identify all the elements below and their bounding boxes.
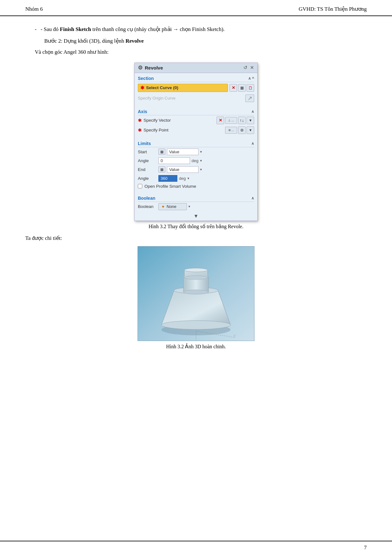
- vector-dir-btn[interactable]: ↑↓: [238, 117, 246, 124]
- section-section: Section ∧ ^ ✱ Select Curve (0) ✕ ▦ 🗋: [135, 73, 257, 104]
- axis-label: Axis: [138, 109, 147, 114]
- vector-star: ✱: [138, 118, 142, 123]
- boolean-value-container: ✦ None ▾: [158, 203, 254, 210]
- step2-line: Bước 2: Dựng khối (3D), dùng lệnh Revolv…: [44, 37, 367, 46]
- open-profile-checkbox[interactable]: [138, 184, 142, 188]
- section-header-limits: Limits ∧: [138, 139, 254, 147]
- start-value[interactable]: Value: [167, 149, 199, 155]
- section-label: Section: [138, 76, 154, 81]
- angle-end-container: 360 deg ▾: [158, 175, 254, 182]
- specify-point-controls: ⊕... ⊛ ▾: [179, 126, 254, 134]
- end-row: End ▦ Value ▾: [138, 165, 254, 174]
- angle-end-row: Angle 360 deg ▾: [138, 174, 254, 183]
- start-icon: ▦: [158, 149, 165, 155]
- point-icon-btn[interactable]: ⊛: [238, 126, 246, 134]
- specify-point-label: ✱ Specify Point: [138, 127, 179, 133]
- ta-duoc-line: Ta được chi tiết:: [25, 234, 367, 243]
- end-value[interactable]: Value: [167, 166, 199, 173]
- boolean-value[interactable]: ✦ None: [158, 203, 187, 210]
- svg-point-10: [184, 268, 208, 272]
- angle-start-label: Angle: [138, 158, 158, 163]
- origin-curve-btn[interactable]: ↗: [245, 94, 254, 102]
- specify-point-row: ✱ Specify Point ⊕... ⊛ ▾: [138, 125, 254, 135]
- select-curve-star: ✱: [140, 85, 144, 91]
- caption1: Hình 3.2 Thay đổi thông số trên bảng Rev…: [25, 223, 367, 229]
- section-header-boolean: Boolean ∧: [138, 194, 254, 202]
- dialog-title-controls[interactable]: ↺ ✕: [243, 65, 254, 70]
- bullet-text-after: trên thanh công cụ (nháy chuột phải → ch…: [91, 26, 224, 32]
- revolve-dialog: ⚙ Revolve ↺ ✕ Section ∧ ^: [134, 63, 258, 221]
- limits-caret-up[interactable]: ∧: [251, 141, 254, 146]
- angle-start-input[interactable]: 0: [158, 157, 190, 164]
- origin-curve-label: Specify Origin Curve: [138, 94, 245, 102]
- boolean-label: Boolean: [138, 204, 158, 209]
- finish-sketch-bold: Finish Sketch: [60, 26, 91, 32]
- vector-clear-btn[interactable]: ✕: [217, 117, 224, 124]
- point-value-btn[interactable]: ⊕...: [225, 127, 237, 134]
- specify-vector-label: ✱ Specify Vector: [138, 118, 179, 123]
- point-dropdown-btn[interactable]: ▾: [247, 126, 254, 134]
- section-caret-up[interactable]: ∧ ^: [248, 76, 254, 81]
- svg-text:y: y: [234, 333, 236, 337]
- boolean-section-label: Boolean: [138, 196, 155, 201]
- refresh-icon[interactable]: ↺: [243, 65, 248, 70]
- angle-end-label: Angle: [138, 176, 158, 181]
- section-axis: Axis ∧ ✱ Specify Vector ✕ ⊥...: [135, 106, 257, 136]
- svg-point-4: [162, 320, 231, 329]
- revolve-bold: Revolve: [126, 38, 144, 44]
- start-label: Start: [138, 149, 158, 154]
- footer: 7: [0, 541, 392, 554]
- boolean-none-text: None: [167, 204, 176, 209]
- boolean-row: Boolean ✦ None ▾: [138, 202, 254, 211]
- close-icon[interactable]: ✕: [250, 65, 254, 70]
- ta-duoc-text: Ta được chi tiết:: [25, 235, 62, 241]
- boolean-dropdown[interactable]: ▾: [188, 204, 190, 209]
- specify-vector-row: ✱ Specify Vector ✕ ⊥... ↑↓ ▾: [138, 115, 254, 125]
- section-limits: Limits ∧ Start ▦ Value ▾ Ang: [135, 138, 257, 190]
- dash-prefix: -: [35, 26, 40, 32]
- bullet-paragraph: - - Sau đó Finish Sketch trên thanh công…: [35, 25, 367, 34]
- copy-icon[interactable]: ▦: [238, 84, 246, 92]
- specify-vector-text: Specify Vector: [144, 118, 171, 123]
- point-star: ✱: [138, 127, 142, 133]
- select-icon[interactable]: 🗋: [247, 84, 254, 92]
- limits-label: Limits: [138, 141, 151, 146]
- clear-button[interactable]: ✕: [230, 84, 237, 92]
- angle-line: Và chọn góc Angel 360 như hình:: [35, 48, 367, 57]
- dialog-titlebar: ⚙ Revolve ↺ ✕: [135, 63, 257, 73]
- origin-curve-row: Specify Origin Curve ↗: [138, 93, 254, 103]
- scroll-down-icon[interactable]: ▼: [193, 213, 199, 219]
- end-dropdown[interactable]: ▾: [200, 167, 202, 172]
- select-curve-control[interactable]: ✱ Select Curve (0): [138, 84, 228, 92]
- start-dropdown[interactable]: ▾: [200, 150, 202, 154]
- boolean-none-icon: ✦: [161, 204, 165, 209]
- angle-start-dropdown[interactable]: ▾: [200, 159, 202, 163]
- step2-text: Bước 2: Dựng khối (3D), dùng lệnh: [44, 38, 126, 44]
- angle-text: Và chọn góc Angel 360 như hình:: [35, 49, 108, 55]
- start-value-container: ▦ Value ▾: [158, 149, 254, 155]
- svg-point-11: [184, 276, 208, 279]
- end-value-container: ▦ Value ▾: [158, 166, 254, 173]
- select-curve-label: Select Curve (0): [146, 85, 178, 90]
- start-row: Start ▦ Value ▾: [138, 147, 254, 156]
- revolve-dialog-wrap: ⚙ Revolve ↺ ✕ Section ∧ ^: [25, 63, 367, 221]
- dialog-title: Revolve: [145, 65, 163, 70]
- boolean-caret-up[interactable]: ∧: [251, 196, 254, 200]
- angle-start-unit: deg: [192, 158, 199, 163]
- open-profile-label: Open Profile Smart Volume: [144, 184, 196, 189]
- section-header-section: Section ∧ ^: [138, 74, 254, 82]
- vector-dropdown-btn[interactable]: ▾: [247, 117, 254, 124]
- bullet-text-before: - Sau đó: [40, 26, 60, 32]
- angle-end-dropdown[interactable]: ▾: [187, 176, 189, 180]
- caption1-text: Hình 3.2 Thay đổi thông số trên bảng Rev…: [149, 224, 243, 229]
- open-profile-row: Open Profile Smart Volume: [138, 183, 254, 190]
- vector-value-btn[interactable]: ⊥...: [225, 117, 237, 124]
- model-3d-image: y: [138, 246, 254, 341]
- axis-caret-up[interactable]: ∧: [251, 109, 254, 114]
- angle-end-input[interactable]: 360: [158, 175, 177, 182]
- dialog-title-left: ⚙ Revolve: [138, 64, 163, 71]
- page-number: 7: [364, 545, 367, 551]
- angle-start-container: 0 deg ▾: [158, 157, 254, 164]
- end-label: End: [138, 167, 158, 172]
- content: - - Sau đó Finish Sketch trên thanh công…: [0, 16, 392, 541]
